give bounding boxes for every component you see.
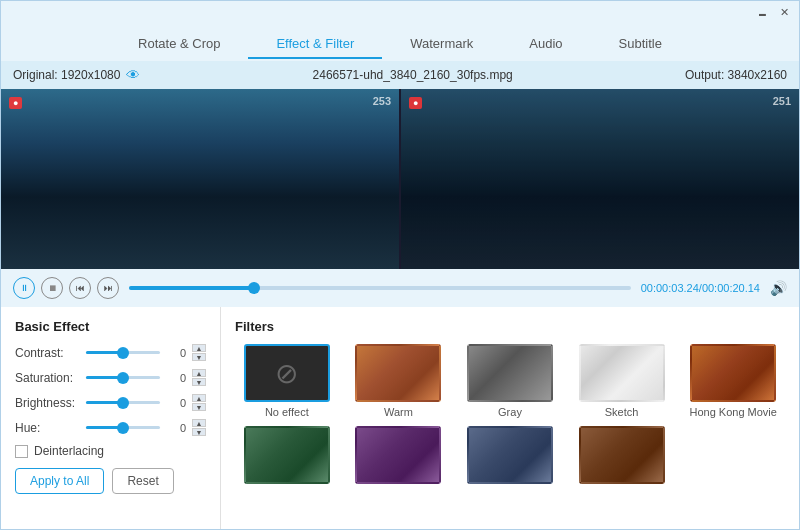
filter-label-none: No effect bbox=[265, 406, 309, 418]
filter-thumb-warm bbox=[355, 344, 441, 402]
filter-r2c4[interactable] bbox=[570, 426, 674, 488]
time-display: 00:00:03.24/00:00:20.14 bbox=[641, 282, 760, 294]
hue-slider[interactable] bbox=[86, 426, 160, 429]
video-speed-left: 253 bbox=[373, 95, 391, 107]
filename-label: 2466571-uhd_3840_2160_30fps.mpg bbox=[313, 68, 513, 82]
saturation-label: Saturation: bbox=[15, 371, 80, 385]
deinterlace-checkbox[interactable] bbox=[15, 445, 28, 458]
filter-r2c3[interactable] bbox=[458, 426, 562, 488]
tab-subtitle[interactable]: Subtitle bbox=[591, 30, 690, 59]
original-label: Original: 1920x1080 bbox=[13, 68, 120, 82]
output-label: Output: 3840x2160 bbox=[685, 68, 787, 82]
next-button[interactable]: ⏭ bbox=[97, 277, 119, 299]
saturation-down[interactable]: ▼ bbox=[192, 378, 206, 386]
contrast-spinner[interactable]: ▲ ▼ bbox=[192, 344, 206, 361]
deinterlace-row: Deinterlacing bbox=[15, 444, 206, 458]
contrast-up[interactable]: ▲ bbox=[192, 344, 206, 352]
hue-down[interactable]: ▼ bbox=[192, 428, 206, 436]
contrast-value: 0 bbox=[166, 347, 186, 359]
progress-bar[interactable] bbox=[129, 286, 631, 290]
progress-thumb[interactable] bbox=[248, 282, 260, 294]
filter-label-warm: Warm bbox=[384, 406, 413, 418]
pause-button[interactable]: ⏸ bbox=[13, 277, 35, 299]
eye-icon[interactable]: 👁 bbox=[126, 67, 140, 83]
hue-up[interactable]: ▲ bbox=[192, 419, 206, 427]
tab-bar: Rotate & Crop Effect & Filter Watermark … bbox=[1, 23, 799, 61]
contrast-label: Contrast: bbox=[15, 346, 80, 360]
brightness-spinner[interactable]: ▲ ▼ bbox=[192, 394, 206, 411]
filter-r2c2[interactable] bbox=[347, 426, 451, 488]
filter-sketch[interactable]: Sketch bbox=[570, 344, 674, 418]
brightness-value: 0 bbox=[166, 397, 186, 409]
saturation-slider[interactable] bbox=[86, 376, 160, 379]
main-content: Basic Effect Contrast: 0 ▲ ▼ Saturation:… bbox=[1, 307, 799, 530]
contrast-down[interactable]: ▼ bbox=[192, 353, 206, 361]
video-preview-area: ● 253 ● 251 bbox=[1, 89, 799, 269]
contrast-row: Contrast: 0 ▲ ▼ bbox=[15, 344, 206, 361]
saturation-spinner[interactable]: ▲ ▼ bbox=[192, 369, 206, 386]
playback-bar: ⏸ ⏹ ⏮ ⏭ 00:00:03.24/00:00:20.14 🔊 bbox=[1, 269, 799, 307]
video-panel-right: ● 251 bbox=[401, 89, 799, 269]
filter-thumb-r2c2 bbox=[355, 426, 441, 484]
video-overlay-right: ● bbox=[409, 97, 422, 109]
filter-label-gray: Gray bbox=[498, 406, 522, 418]
brightness-up[interactable]: ▲ bbox=[192, 394, 206, 402]
play-controls: ⏸ ⏹ ⏮ ⏭ bbox=[13, 277, 119, 299]
brightness-label: Brightness: bbox=[15, 396, 80, 410]
filter-panel: Filters No effect Warm Gray Sketch bbox=[221, 307, 799, 530]
volume-icon[interactable]: 🔊 bbox=[770, 280, 787, 296]
tab-watermark[interactable]: Watermark bbox=[382, 30, 501, 59]
deinterlace-label: Deinterlacing bbox=[34, 444, 104, 458]
reset-button[interactable]: Reset bbox=[112, 468, 173, 494]
filter-hkmovie[interactable]: Hong Kong Movie bbox=[681, 344, 785, 418]
info-bar: Original: 1920x1080 👁 2466571-uhd_3840_2… bbox=[1, 61, 799, 89]
filter-thumb-r2c4 bbox=[579, 426, 665, 484]
filter-thumb-hkmovie bbox=[690, 344, 776, 402]
tab-audio[interactable]: Audio bbox=[501, 30, 590, 59]
filter-label-hkmovie: Hong Kong Movie bbox=[689, 406, 776, 418]
filter-grid: No effect Warm Gray Sketch Hong Kong Mov… bbox=[235, 344, 785, 488]
effect-panel-title: Basic Effect bbox=[15, 319, 206, 334]
hue-thumb[interactable] bbox=[117, 422, 129, 434]
saturation-row: Saturation: 0 ▲ ▼ bbox=[15, 369, 206, 386]
title-bar: 🗕 ✕ bbox=[1, 1, 799, 23]
contrast-slider[interactable] bbox=[86, 351, 160, 354]
action-buttons: Apply to All Reset bbox=[15, 468, 206, 494]
close-button[interactable]: ✕ bbox=[777, 5, 791, 19]
minimize-button[interactable]: 🗕 bbox=[755, 5, 769, 19]
prev-button[interactable]: ⏮ bbox=[69, 277, 91, 299]
filter-thumb-sketch bbox=[579, 344, 665, 402]
filter-r2c1[interactable] bbox=[235, 426, 339, 488]
contrast-thumb[interactable] bbox=[117, 347, 129, 359]
hue-value: 0 bbox=[166, 422, 186, 434]
apply-to-all-button[interactable]: Apply to All bbox=[15, 468, 104, 494]
filter-thumb-r2c1 bbox=[244, 426, 330, 484]
video-overlay-left: ● bbox=[9, 97, 22, 109]
hue-row: Hue: 0 ▲ ▼ bbox=[15, 419, 206, 436]
brightness-thumb[interactable] bbox=[117, 397, 129, 409]
hue-label: Hue: bbox=[15, 421, 80, 435]
progress-fill bbox=[129, 286, 254, 290]
saturation-thumb[interactable] bbox=[117, 372, 129, 384]
brightness-slider[interactable] bbox=[86, 401, 160, 404]
filter-thumb-none bbox=[244, 344, 330, 402]
filter-thumb-r2c3 bbox=[467, 426, 553, 484]
video-panel-left: ● 253 bbox=[1, 89, 399, 269]
saturation-value: 0 bbox=[166, 372, 186, 384]
filter-thumb-gray bbox=[467, 344, 553, 402]
saturation-up[interactable]: ▲ bbox=[192, 369, 206, 377]
video-speed-right: 251 bbox=[773, 95, 791, 107]
brightness-row: Brightness: 0 ▲ ▼ bbox=[15, 394, 206, 411]
filter-panel-title: Filters bbox=[235, 319, 785, 334]
filter-warm[interactable]: Warm bbox=[347, 344, 451, 418]
filter-gray[interactable]: Gray bbox=[458, 344, 562, 418]
brightness-down[interactable]: ▼ bbox=[192, 403, 206, 411]
stop-button[interactable]: ⏹ bbox=[41, 277, 63, 299]
effect-panel: Basic Effect Contrast: 0 ▲ ▼ Saturation:… bbox=[1, 307, 221, 530]
tab-effect-filter[interactable]: Effect & Filter bbox=[248, 30, 382, 59]
tab-rotate-crop[interactable]: Rotate & Crop bbox=[110, 30, 248, 59]
original-info: Original: 1920x1080 👁 bbox=[13, 67, 140, 83]
hue-spinner[interactable]: ▲ ▼ bbox=[192, 419, 206, 436]
filter-label-sketch: Sketch bbox=[605, 406, 639, 418]
filter-none[interactable]: No effect bbox=[235, 344, 339, 418]
